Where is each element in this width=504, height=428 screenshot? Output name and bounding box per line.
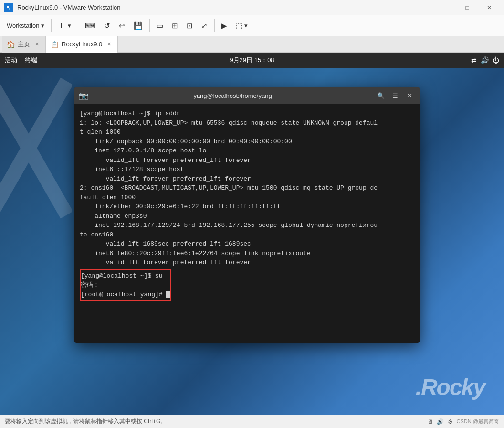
- display-dropdown: ▾: [244, 22, 248, 29]
- statusbar: 要将输入定向到该虚拟机，请将鼠标指针移入其中或按 Ctrl+G。 🖥 🔊 ⚙ C…: [0, 415, 504, 428]
- fullscreen-icon: ▭: [157, 21, 163, 30]
- window-title: RockyLinux9.0 - VMware Workstation: [17, 4, 430, 11]
- terminal-line-2: 1: lo: <LOOPBACK,UP,LOWER_UP> mtu 65536 …: [80, 118, 414, 128]
- terminal-line-3: t qlen 1000: [80, 128, 414, 137]
- status-icons: 🖥 🔊 ⚙ CSDN @最真简奇: [427, 418, 499, 425]
- tab-home-close[interactable]: ✕: [33, 41, 41, 48]
- suspend-button[interactable]: 💾: [130, 20, 147, 32]
- suspend-icon: 💾: [134, 21, 143, 30]
- terminal-line-8: valid_lft forever preferred_lft forever: [80, 174, 414, 184]
- gnome-topbar: 活动 终端 9月29日 15：08 ⇄ 🔊 ⏻: [0, 53, 504, 68]
- terminal-window[interactable]: 📷 yang@localhost:/home/yang 🔍 ☰ ✕ [yang@…: [74, 87, 420, 343]
- terminal-close-button[interactable]: ✕: [404, 90, 415, 101]
- unity-icon: ⊞: [172, 21, 178, 30]
- pause-dropdown: ▾: [68, 22, 71, 29]
- home-icon: 🏠: [7, 41, 15, 48]
- display-icon: ⬚: [236, 21, 242, 30]
- terminal-line-6: valid_lft forever preferred_lft forever: [80, 156, 414, 165]
- snapshot-icon: ↺: [104, 21, 110, 30]
- terminal-line-16: inet6 fe80::20c:29ff:fee6:1e22/64 scope …: [80, 249, 414, 258]
- console-icon: ▶: [221, 21, 227, 30]
- status-message: 要将输入定向到该虚拟机，请将鼠标指针移入其中或按 Ctrl+G。: [5, 417, 423, 426]
- terminal-line-14: te ens160: [80, 230, 414, 240]
- maximize-button[interactable]: □: [456, 0, 478, 15]
- terminal-line-7: inet6 ::1/128 scope host: [80, 165, 414, 174]
- display-button[interactable]: ⬚ ▾: [232, 20, 252, 32]
- terminal-line-13: inet 192.168.177.129/24 brd 192.168.177.…: [80, 221, 414, 230]
- toolbar: Workstation ▾ ⏸ ▾ ⌨ ↺ ↩ 💾 ▭ ⊞ ⊡ ⤢ ▶ ⬚ ▾: [0, 15, 504, 36]
- tab-home[interactable]: 🏠 主页 ✕: [2, 36, 46, 53]
- terminal-line-9: 2: ens160: <BROADCAST,MULTICAST,UP,LOWER…: [80, 183, 414, 193]
- revert-button[interactable]: ↩: [115, 20, 129, 32]
- settings-icon: ⚙: [448, 418, 453, 425]
- toolbar-separator-3: [149, 19, 150, 32]
- system-tray: ⇄ 🔊 ⏻: [471, 56, 499, 64]
- terminal-menu-button[interactable]: ☰: [389, 90, 401, 101]
- tab-rocky-label: RockyLinux9.0: [62, 41, 102, 48]
- monitor-icon: 🖥: [427, 418, 433, 425]
- activities-button[interactable]: 活动: [5, 56, 17, 64]
- volume-status-icon: 🔊: [437, 418, 444, 425]
- terminal-search-button[interactable]: 🔍: [375, 90, 387, 101]
- terminal-line-4: link/loopback 00:00:00:00:00:00 brd 00:0…: [80, 137, 414, 147]
- console-button[interactable]: ▶: [218, 20, 231, 32]
- clock: 9月29日 15：08: [230, 56, 274, 64]
- titlebar: RockyLinux9.0 - VMware Workstation — □ ✕: [0, 0, 504, 15]
- terminal-title: yang@localhost:/home/yang: [94, 92, 371, 99]
- volume-tray-icon[interactable]: 🔊: [481, 56, 489, 64]
- terminal-line-12: altname enp3s0: [80, 212, 414, 221]
- terminal-titlebar: 📷 yang@localhost:/home/yang 🔍 ☰ ✕: [74, 87, 420, 104]
- autofit-icon: ⊡: [187, 21, 193, 30]
- tab-rocky[interactable]: 📋 RockyLinux9.0 ✕: [46, 36, 118, 53]
- dropdown-arrow-icon: ▾: [41, 22, 44, 29]
- toolbar-separator-4: [214, 19, 215, 32]
- svg-rect-1: [7, 6, 9, 8]
- terminal-cursor: [166, 291, 170, 298]
- minimize-button[interactable]: —: [434, 0, 456, 15]
- vm-area[interactable]: 活动 终端 9月29日 15：08 ⇄ 🔊 ⏻ 📷 yang@localhost…: [0, 53, 504, 415]
- terminal-line-17: valid_lft forever preferred_lft forever: [80, 258, 414, 268]
- pause-icon: ⏸: [58, 21, 66, 30]
- revert-icon: ↩: [119, 21, 125, 30]
- terminal-line-5: inet 127.0.0.1/8 scope host lo: [80, 146, 414, 156]
- auto-fit-button[interactable]: ⊡: [183, 20, 197, 32]
- terminal-line-15: valid_lft 1689sec preferred_lft 1689sec: [80, 239, 414, 249]
- terminal-body[interactable]: [yang@localhost ~]$ ip addr 1: lo: <LOOP…: [74, 104, 420, 343]
- keyboard-icon: ⌨: [85, 21, 95, 30]
- highlighted-line-3: [root@localhost yang]#: [81, 290, 170, 300]
- rocky-watermark: .Rocky: [416, 374, 485, 400]
- desktop-background: 活动 终端 9月29日 15：08 ⇄ 🔊 ⏻ 📷 yang@localhost…: [0, 53, 504, 415]
- tabbar: 🏠 主页 ✕ 📋 RockyLinux9.0 ✕: [0, 36, 504, 53]
- terminal-line-10: fault qlen 1000: [80, 193, 414, 203]
- snapshot-button[interactable]: ↺: [100, 20, 114, 32]
- stretch-button[interactable]: ⤢: [198, 20, 211, 32]
- highlighted-line-2: 密码：: [81, 280, 170, 290]
- svg-rect-2: [9, 8, 10, 10]
- network-tray-icon[interactable]: ⇄: [471, 56, 477, 64]
- watermark-text: CSDN @最真简奇: [457, 418, 499, 425]
- highlighted-block: [yang@localhost ~]$ su 密码： [root@localho…: [80, 269, 171, 301]
- power-tray-icon[interactable]: ⏻: [493, 56, 499, 64]
- terminal-icon: 📷: [79, 91, 88, 100]
- terminal-app-menu[interactable]: 终端: [25, 56, 37, 64]
- send-ctrlaltdel-button[interactable]: ⌨: [81, 20, 99, 32]
- full-screen-button[interactable]: ▭: [153, 20, 167, 32]
- toolbar-separator-2: [78, 19, 78, 32]
- tab-home-label: 主页: [18, 40, 30, 49]
- workstation-menu[interactable]: Workstation ▾: [3, 20, 48, 31]
- highlighted-line-1: [yang@localhost ~]$ su: [81, 271, 170, 281]
- unity-button[interactable]: ⊞: [168, 20, 182, 32]
- window-controls: — □ ✕: [434, 0, 500, 15]
- terminal-line-11: link/ether 00:0c:29:e6:1e:22 brd ff:ff:f…: [80, 202, 414, 212]
- terminal-line-1: [yang@localhost ~]$ ip addr: [80, 109, 414, 118]
- app-icon: [4, 3, 13, 12]
- stretch-icon: ⤢: [201, 21, 208, 30]
- tab-rocky-close[interactable]: ✕: [105, 41, 113, 48]
- rocky-tab-icon: 📋: [51, 41, 59, 48]
- terminal-controls: 🔍 ☰ ✕: [375, 90, 415, 101]
- desktop-content: 📷 yang@localhost:/home/yang 🔍 ☰ ✕ [yang@…: [0, 68, 504, 415]
- workstation-label: Workstation: [7, 22, 39, 29]
- toolbar-separator-1: [51, 19, 52, 32]
- pause-button[interactable]: ⏸ ▾: [54, 20, 75, 32]
- close-button[interactable]: ✕: [478, 0, 500, 15]
